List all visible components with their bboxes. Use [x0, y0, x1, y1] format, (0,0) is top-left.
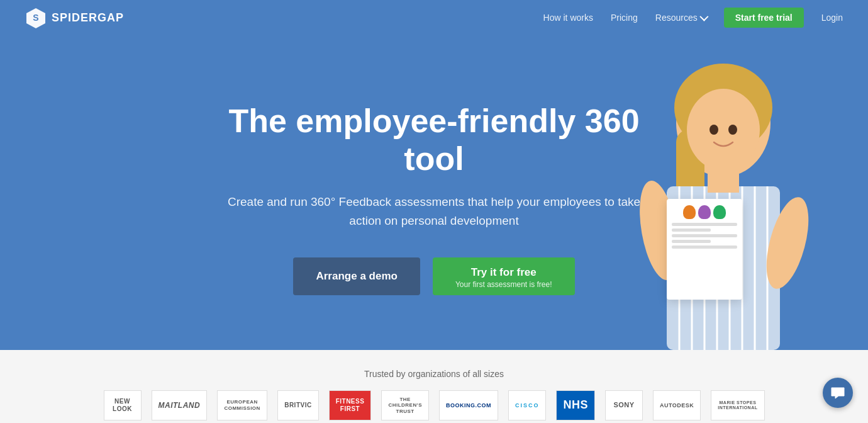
navbar: S Spidergap How it works Pricing Resourc…: [0, 0, 868, 35]
logo-sony: SONY: [605, 390, 643, 420]
nav-links: How it works Pricing Resources Start fre…: [543, 8, 843, 28]
report-lines: [672, 223, 737, 251]
try-free-sublabel: Your first assessment is free!: [455, 280, 552, 289]
logo-new-look: NEWLOOK: [104, 390, 142, 420]
svg-point-18: [709, 125, 718, 135]
hero-subtitle: Create and run 360° Feedback assessments…: [214, 193, 654, 230]
brand-logo[interactable]: S Spidergap: [25, 7, 124, 28]
chat-button[interactable]: [823, 378, 853, 408]
logo-childrens-trust: TheChildren'sTrust: [381, 390, 429, 420]
report-line-2: [672, 228, 711, 232]
brand-name: Spidergap: [52, 11, 124, 25]
report-dot-orange: [683, 205, 696, 219]
hero-title: The employee-friendly 360 tool: [214, 103, 654, 178]
report-line-5: [672, 245, 737, 249]
chevron-down-icon: [699, 13, 708, 21]
nav-resources[interactable]: Resources: [655, 13, 706, 23]
report-icons: [683, 205, 726, 219]
svg-rect-17: [708, 161, 739, 193]
logo-cisco: CISCO: [508, 390, 547, 420]
hero-cta-group: Arrange a demo Try it for free Your firs…: [214, 257, 654, 295]
arrange-demo-button[interactable]: Arrange a demo: [293, 257, 420, 295]
company-logos-row: NEWLOOK Maitland EUROPEANCOMMISSION BRIT…: [104, 390, 765, 420]
hero-section: The employee-friendly 360 tool Create an…: [0, 35, 868, 350]
report-line-4: [672, 240, 711, 243]
logo-nhs: NHS: [556, 390, 595, 420]
chat-icon: [830, 386, 845, 399]
logo-britvic: BRITVIC: [277, 390, 319, 420]
logo-eu-commission: EUROPEANCOMMISSION: [217, 390, 267, 420]
try-free-label: Try it for free: [471, 266, 537, 279]
hero-report-card: [667, 199, 742, 300]
start-trial-button[interactable]: Start free trial: [724, 8, 804, 28]
svg-text:S: S: [33, 13, 38, 23]
hero-content: The employee-friendly 360 tool Create an…: [214, 103, 654, 295]
login-button[interactable]: Login: [821, 13, 843, 23]
nav-pricing[interactable]: Pricing: [611, 13, 638, 23]
report-dot-purple: [698, 205, 711, 219]
spidergap-logo-icon: S: [25, 7, 47, 28]
svg-point-19: [728, 125, 737, 135]
trusted-title: Trusted by organizations of all sizes: [364, 369, 504, 379]
logo-marie-stopes: MARIE STOPESINTERNATIONAL: [711, 390, 764, 420]
logo-booking: Booking.com: [439, 390, 498, 420]
try-free-button[interactable]: Try it for free Your first assessment is…: [433, 257, 575, 295]
nav-how-it-works[interactable]: How it works: [543, 13, 593, 23]
report-line-3: [672, 234, 737, 237]
report-line-1: [672, 223, 737, 226]
logo-fitness-first: Fitnessfirst: [329, 390, 372, 420]
trusted-section: Trusted by organizations of all sizes NE…: [0, 350, 868, 423]
report-dot-green: [713, 205, 726, 219]
svg-point-5: [687, 89, 760, 171]
logo-maitland: Maitland: [152, 390, 208, 420]
logo-autodesk: AUTODESK: [653, 390, 701, 420]
